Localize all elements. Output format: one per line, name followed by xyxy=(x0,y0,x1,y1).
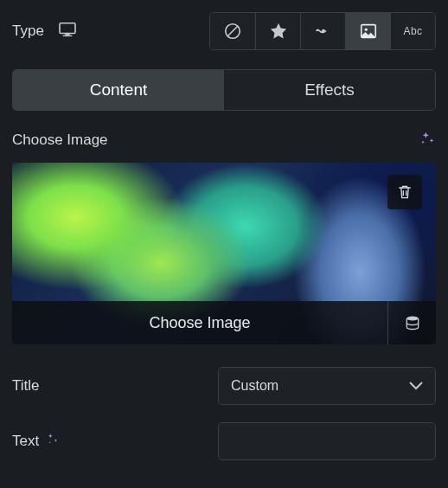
title-label: Title xyxy=(12,377,40,395)
tab-content[interactable]: Content xyxy=(13,70,224,110)
type-text-button[interactable]: Abc xyxy=(390,13,435,49)
image-library-button[interactable] xyxy=(387,301,436,344)
text-input[interactable] xyxy=(218,422,436,460)
type-row: Type Abc xyxy=(12,12,436,50)
type-none-button[interactable] xyxy=(210,13,255,49)
title-select-value: Custom xyxy=(231,378,278,394)
delete-image-button[interactable] xyxy=(387,175,422,209)
choose-image-button[interactable]: Choose Image xyxy=(12,301,387,344)
tab-effects[interactable]: Effects xyxy=(224,70,435,110)
svg-rect-0 xyxy=(60,23,75,34)
svg-point-8 xyxy=(364,29,367,31)
svg-point-9 xyxy=(406,317,418,321)
content-effects-tabs: Content Effects xyxy=(12,69,436,111)
image-preview: Choose Image xyxy=(12,163,436,344)
title-select[interactable]: Custom xyxy=(218,367,436,405)
type-button-group: Abc xyxy=(209,12,436,50)
type-freehand-button[interactable] xyxy=(300,13,345,49)
chevron-down-icon xyxy=(409,382,423,390)
sparkles-icon[interactable] xyxy=(419,130,436,151)
type-label: Type xyxy=(12,22,44,40)
desktop-device-icon[interactable] xyxy=(58,22,77,41)
svg-rect-1 xyxy=(65,34,69,35)
choose-image-header: Choose Image xyxy=(12,130,436,151)
text-type-label: Abc xyxy=(403,25,422,37)
choose-image-label: Choose Image xyxy=(12,132,108,149)
svg-point-5 xyxy=(322,30,324,33)
svg-line-4 xyxy=(228,27,238,36)
svg-rect-2 xyxy=(62,35,72,36)
title-row: Title Custom xyxy=(12,367,436,405)
text-label: Text xyxy=(12,433,60,451)
type-star-button[interactable] xyxy=(255,13,300,49)
sparkles-icon[interactable] xyxy=(46,433,60,451)
type-image-button[interactable] xyxy=(345,13,390,49)
text-row: Text xyxy=(12,422,436,460)
image-footer: Choose Image xyxy=(12,301,436,344)
